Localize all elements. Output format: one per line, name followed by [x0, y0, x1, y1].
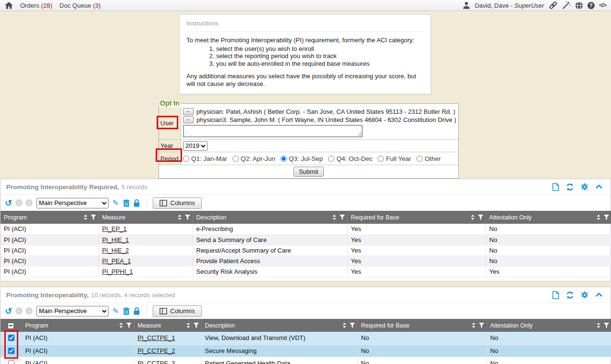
user-search-input[interactable] [183, 125, 363, 137]
refresh-icon[interactable] [566, 291, 574, 299]
period-radio-q1[interactable] [183, 156, 189, 162]
delete-perspective-icon[interactable] [123, 199, 130, 207]
remove-user-button[interactable]: − [183, 108, 194, 115]
user-row: User − physician: Patel, Ashish ( Better… [159, 107, 458, 140]
period-row: Period Q1: Jan-Mar Q2: Apr-Jun Q3: Jul-S… [159, 152, 458, 165]
measure-link[interactable]: PI_HIE_2 [102, 247, 129, 254]
filter-icon[interactable] [91, 215, 96, 220]
sort-icon[interactable] [119, 323, 123, 328]
gear-icon[interactable] [581, 291, 588, 299]
table-row[interactable]: PI (ACI)PI_PPHI_1Security Risk AnalysisY… [0, 266, 611, 277]
current-user[interactable]: David, Dave - SuperUser [475, 2, 544, 9]
lock-perspective-icon[interactable] [134, 199, 140, 207]
table-row[interactable]: PI (ACI)PI_HIE_2Request/Accept Summary o… [0, 245, 611, 255]
table-row[interactable]: PI (ACI)PI_PEA_1Provide Patient AccessYe… [0, 255, 611, 266]
sort-icon[interactable] [342, 323, 346, 328]
measure-link[interactable]: PI_PPHI_1 [102, 268, 133, 275]
period-radio-q2[interactable] [232, 156, 239, 162]
link-icon[interactable] [549, 1, 558, 10]
cell-program: PI (ACI) [0, 245, 98, 255]
select-all-checkbox[interactable] [8, 323, 14, 329]
next-page-icon[interactable]: › [25, 307, 33, 315]
filter-icon[interactable] [604, 323, 609, 328]
undo-icon[interactable]: ↺ [5, 199, 12, 207]
lock-perspective-icon[interactable] [134, 307, 140, 315]
undo-icon[interactable]: ↺ [5, 307, 12, 315]
instructions-steps: select the user(s) you wish to enroll se… [186, 45, 424, 68]
columns-button[interactable]: Columns [153, 197, 202, 209]
home-icon[interactable] [5, 2, 13, 9]
filter-icon[interactable] [479, 323, 484, 328]
nav-orders[interactable]: Orders (28) [20, 2, 52, 9]
perspective-select[interactable]: Main Perspective [37, 198, 109, 208]
row-select-checkbox[interactable] [8, 360, 14, 364]
user-icon [463, 1, 470, 9]
table-row[interactable]: PI (ACI)PI_EP_1e-PrescribingYesNo [0, 224, 611, 234]
filter-icon[interactable] [126, 323, 132, 328]
filter-icon[interactable] [604, 215, 609, 220]
globe-icon[interactable] [575, 1, 583, 10]
measure-link[interactable]: PI_CCTPE_3 [138, 360, 175, 364]
refresh-icon[interactable] [566, 183, 574, 191]
sort-icon[interactable] [332, 215, 336, 220]
remove-user-button[interactable]: − [183, 116, 194, 123]
year-select[interactable]: 2019 [183, 141, 208, 151]
doc-queue-label: Doc Queue [60, 2, 91, 9]
period-radio-q4[interactable] [328, 156, 334, 162]
edit-perspective-icon[interactable]: ✎ [112, 306, 119, 315]
prev-page-icon[interactable]: ‹ [15, 199, 23, 206]
help-icon[interactable]: ? [587, 2, 595, 9]
perspective-select[interactable]: Main Perspective [37, 306, 109, 316]
new-file-icon[interactable] [552, 183, 559, 191]
enrolled-user-text: physician: Patel, Ashish ( Better Corp. … [196, 108, 455, 115]
columns-button[interactable]: Columns [153, 305, 202, 317]
filter-icon[interactable] [478, 215, 483, 220]
cell-required-for-base: Yes [347, 266, 486, 277]
delete-perspective-icon[interactable] [123, 307, 130, 315]
submit-button[interactable]: Submit [293, 167, 323, 177]
prev-page-icon[interactable]: ‹ [15, 307, 23, 315]
measure-link[interactable]: PI_CCTPE_2 [138, 347, 175, 354]
next-page-icon[interactable]: › [25, 199, 33, 206]
measure-link[interactable]: PI_CCTPE_1 [138, 334, 175, 341]
period-option-q1: Q1: Jan-Mar [183, 155, 227, 162]
user-label: User [159, 107, 181, 139]
sort-icon[interactable] [472, 323, 476, 328]
code-icon[interactable]: </> [599, 2, 606, 9]
table-row[interactable]: PI (ACI) PI_CCTPE_3 Patient Generated He… [0, 357, 611, 364]
filter-icon[interactable] [350, 323, 355, 328]
wand-icon[interactable] [562, 1, 571, 10]
table-row[interactable]: PI (ACI) PI_CCTPE_1 View, Download and T… [0, 332, 611, 344]
period-radio-q3[interactable] [281, 156, 287, 162]
collapse-panel-icon[interactable] [595, 184, 603, 189]
gear-icon[interactable] [581, 183, 588, 191]
sort-icon[interactable] [597, 323, 600, 328]
period-radio-full-year[interactable] [378, 156, 384, 162]
table-row[interactable]: PI (ACI)PI_HIE_1Send a Summary of CareYe… [0, 234, 611, 245]
orders-label: Orders [20, 2, 39, 9]
measure-link[interactable]: PI_PEA_1 [102, 257, 131, 265]
new-file-icon[interactable] [552, 291, 559, 299]
filter-icon[interactable] [185, 215, 190, 220]
filter-icon[interactable] [340, 215, 345, 220]
filter-icon[interactable] [194, 323, 199, 328]
row-select-checkbox[interactable] [8, 335, 14, 341]
column-header-measure: Measure [98, 211, 193, 224]
cell-description: e-Prescribing [193, 224, 347, 234]
sort-icon[interactable] [471, 215, 475, 220]
measure-link[interactable]: PI_HIE_1 [102, 236, 129, 243]
column-header-program: Program [22, 319, 134, 332]
sort-icon[interactable] [178, 215, 182, 220]
nav-doc-queue[interactable]: Doc Queue (3) [60, 2, 101, 9]
sort-icon[interactable] [597, 215, 600, 220]
sort-icon[interactable] [186, 323, 190, 328]
sort-icon[interactable] [84, 215, 87, 220]
collapse-panel-icon[interactable] [595, 292, 603, 297]
edit-perspective-icon[interactable]: ✎ [112, 198, 119, 207]
panel-title: Promoting Interoperability, [6, 291, 89, 299]
period-radio-other[interactable] [416, 156, 423, 162]
measure-link[interactable]: PI_EP_1 [102, 225, 127, 232]
table-row[interactable]: PI (ACI) PI_CCTPE_2 Secure Messaging No … [0, 344, 611, 357]
row-select-checkbox[interactable] [8, 348, 14, 354]
user-role: SuperUser [514, 2, 544, 9]
